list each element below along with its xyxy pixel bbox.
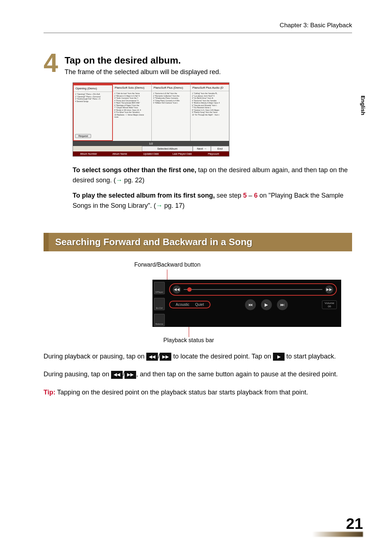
arrow-icon: → [156, 202, 163, 209]
tip-text: Tapping on the desired point on the play… [56, 389, 308, 396]
album-screenshot: Opening (Demo) 1 "Opening1" Piano + SG+S… [73, 82, 229, 157]
body-para-1: During playback or pausing, tap on ◀◀/▶▶… [44, 352, 352, 362]
para-text: pg. 22) [122, 177, 144, 184]
album-card-body: 1 "Nocturne in E flat" from the 2 "Roman… [152, 91, 190, 141]
side-btn: Ex-Ctrl [154, 298, 165, 310]
seek-knob [187, 287, 192, 292]
chapter-header: Chapter 3: Basic Playback [44, 22, 352, 33]
selected-album-label: Selected Album [142, 146, 193, 151]
body-para-2: During pausing, tap on ◀◀/▶▶, and then t… [44, 369, 352, 380]
para-text: to locate the desired point. Tap on [173, 353, 273, 360]
para-text: see step [215, 192, 243, 199]
para-text: to start playback. [286, 353, 336, 360]
forward-icon: ▶▶ [160, 353, 171, 361]
playback-figure: Forward/Backward button DPlayer Ex-Ctrl … [152, 262, 341, 344]
side-btn: Balance [154, 314, 165, 326]
album-card-title: PianoSoft Solo (Demo) [113, 83, 151, 91]
tip-para: Tip: Tapping on the desired point on the… [44, 388, 352, 398]
request-button: Request [75, 134, 91, 138]
language-tab: English [356, 84, 369, 127]
tip-label: Tip: [44, 389, 56, 396]
play-icon: ▶ [273, 353, 285, 361]
instruction-para-1: To select songs other than the first one… [73, 165, 352, 186]
step-subtitle: The frame of the selected album will be … [65, 68, 221, 76]
sort-row: Album Number Album Name Updated Date Las… [73, 151, 229, 156]
page-number-box: 21 [312, 515, 363, 537]
album-card-body: 1 "Opening1" Piano + SG+Soft 2 "Opening2… [74, 92, 112, 130]
playback-panel: DPlayer Ex-Ctrl Balance ◀◀ ▶▶ Acoustic Q… [152, 280, 341, 327]
step-number: 4 [44, 53, 58, 74]
leader-line [167, 270, 167, 280]
sort-col: Album Number [73, 151, 104, 156]
step-title: Tap on the desired album. [65, 55, 221, 66]
para-text: During pausing, tap on [44, 370, 111, 378]
prev-icon: ⏮ [245, 299, 256, 310]
sort-col: Last Played Date [167, 151, 198, 156]
figure-label-bottom: Playback status bar [163, 337, 341, 344]
seek-slider: ◀◀ ▶▶ [169, 283, 337, 296]
mode-acoustic: Acoustic [176, 303, 189, 307]
leader-line [189, 327, 189, 337]
para-bold: To select songs other than the first one… [73, 166, 196, 174]
next-button: Next → [193, 146, 211, 151]
mode-quiet: Quiet [195, 303, 204, 307]
volume-value: 06 [324, 305, 334, 308]
arrow-icon: → [116, 177, 122, 184]
play-icon: ▶ [261, 299, 272, 310]
mode-pill: Acoustic Quiet [169, 301, 211, 308]
forward-icon: ▶▶ [325, 285, 333, 293]
next-icon: ⏭ [277, 299, 288, 310]
rewind-icon: ◀◀ [173, 285, 181, 293]
figure-label-top: Forward/Backward button [134, 262, 341, 268]
forward-icon: ▶▶ [124, 371, 136, 379]
rewind-icon: ◀◀ [111, 371, 123, 379]
instruction-para-2: To play the selected album from its firs… [73, 191, 352, 211]
step-ref: 6 [254, 192, 258, 199]
sort-col: Album Name [104, 151, 135, 156]
album-card: PianoSoft Plus (Demo) 1 "Nocturne in E f… [152, 83, 191, 141]
album-card-title: PianoSoft Plus Audio (D [191, 83, 229, 91]
sort-col: Updated Date [135, 151, 167, 156]
pager: 1/2 [73, 141, 229, 146]
album-card: PianoSoft Solo (Demo) 1 "Clair de lune" … [113, 83, 152, 141]
para-text: During playback or pausing, tap on [44, 353, 146, 360]
album-card-title: Opening (Demo) [74, 84, 112, 92]
rewind-icon: ◀◀ [146, 353, 158, 361]
para-text: pg. 17) [163, 202, 185, 209]
para-text: , and then tap on the same button again … [136, 370, 338, 378]
volume-label: Volume [324, 301, 334, 305]
album-card-title: PianoSoft Plus (Demo) [152, 83, 190, 91]
end-button: End [211, 146, 229, 151]
page-shadow [312, 532, 363, 537]
album-card-body: 1 "Clair de lune" from the Yama 2 "Minue… [113, 91, 151, 141]
side-btn: DPlayer [154, 282, 165, 294]
album-card-body: 1 "Calling" from the Yamaha PL 2 "Los pl… [191, 91, 229, 141]
step-ref: 5 [243, 192, 247, 199]
album-card: PianoSoft Plus Audio (D 1 "Calling" from… [191, 83, 229, 141]
volume-box: Volume 06 [322, 300, 337, 309]
language-tab-label: English [360, 96, 366, 115]
para-bold: To play the selected album from its firs… [73, 192, 215, 199]
section-heading: Searching Forward and Backward in a Song [44, 233, 352, 251]
album-card-selected: Opening (Demo) 1 "Opening1" Piano + SG+S… [73, 83, 113, 141]
para-text: – [247, 192, 254, 199]
sort-col: Playcount [198, 151, 229, 156]
page-number: 21 [312, 515, 363, 532]
